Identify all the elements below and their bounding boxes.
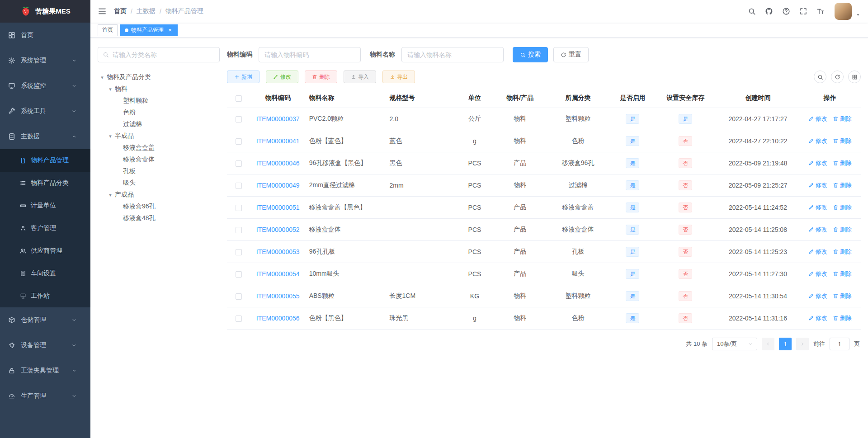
export-button[interactable]: 导出 — [382, 71, 415, 83]
refresh-table-button[interactable] — [831, 71, 844, 83]
sidebar-item-1[interactable]: 系统管理 — [0, 48, 90, 73]
item-code-link[interactable]: ITEM00000055 — [256, 292, 300, 300]
tree-node[interactable]: ▾ 物料及产品分类 — [98, 71, 220, 83]
row-checkbox[interactable] — [236, 293, 242, 300]
edit-row-link[interactable]: 修改 — [808, 314, 827, 322]
row-checkbox[interactable] — [236, 138, 242, 145]
edit-row-link[interactable]: 修改 — [808, 226, 827, 234]
caret-icon[interactable]: ▾ — [106, 192, 115, 198]
fullscreen-button[interactable] — [796, 0, 811, 23]
breadcrumb-item-master-data[interactable]: 主数据 — [137, 7, 156, 15]
row-checkbox[interactable] — [236, 271, 242, 278]
delete-row-link[interactable]: 删除 — [833, 248, 852, 256]
item-code-link[interactable]: ITEM00000037 — [256, 115, 300, 122]
tree-node[interactable]: ▾ 物料 — [98, 83, 220, 95]
item-code-link[interactable]: ITEM00000056 — [256, 315, 300, 322]
next-page-button[interactable] — [796, 338, 809, 350]
sidebar-item-2[interactable]: 系统监控 — [0, 73, 90, 99]
row-checkbox[interactable] — [236, 227, 242, 233]
edit-row-link[interactable]: 修改 — [808, 270, 827, 278]
tree-node[interactable]: 塑料颗粒 — [98, 95, 220, 107]
tree-node[interactable]: ▾ 半成品 — [98, 130, 220, 142]
sidebar-item-4[interactable]: 主数据 — [0, 124, 90, 149]
tree-node[interactable]: 过滤棉 — [98, 118, 220, 130]
material-name-input[interactable] — [401, 47, 504, 62]
columns-button[interactable] — [848, 71, 861, 83]
page-1-button[interactable]: 1 — [779, 338, 792, 350]
item-code-link[interactable]: ITEM00000041 — [256, 137, 300, 145]
delete-row-link[interactable]: 删除 — [833, 226, 852, 234]
sidebar-subitem-5[interactable]: 车间设置 — [0, 262, 90, 285]
delete-row-link[interactable]: 删除 — [833, 137, 852, 145]
header-search-button[interactable] — [744, 0, 760, 23]
user-menu-caret[interactable] — [855, 11, 861, 18]
prev-page-button[interactable] — [762, 338, 774, 350]
tree-node[interactable]: 色粉 — [98, 107, 220, 118]
caret-icon[interactable]: ▾ — [98, 75, 107, 80]
row-checkbox[interactable] — [236, 160, 242, 167]
item-code-link[interactable]: ITEM00000046 — [256, 160, 300, 167]
edit-row-link[interactable]: 修改 — [808, 248, 827, 256]
tag-material-product[interactable]: 物料产品管理 × — [120, 24, 178, 36]
hamburger-icon[interactable] — [90, 0, 114, 23]
close-icon[interactable]: × — [167, 27, 173, 33]
row-checkbox[interactable] — [236, 249, 242, 255]
font-size-button[interactable] — [813, 0, 828, 23]
delete-row-link[interactable]: 删除 — [833, 159, 852, 167]
help-button[interactable] — [778, 0, 794, 23]
search-button[interactable]: 搜索 — [513, 47, 548, 62]
item-code-link[interactable]: ITEM00000053 — [256, 248, 300, 255]
category-search-input[interactable] — [98, 47, 220, 62]
tag-home[interactable]: 首页 — [98, 24, 118, 36]
row-checkbox[interactable] — [236, 316, 242, 322]
tree-node[interactable]: 移液盒盒体 — [98, 154, 220, 165]
delete-row-link[interactable]: 删除 — [833, 292, 852, 300]
caret-icon[interactable]: ▾ — [106, 86, 115, 92]
select-all-checkbox[interactable] — [236, 95, 242, 102]
item-code-link[interactable]: ITEM00000049 — [256, 182, 300, 189]
edit-row-link[interactable]: 修改 — [808, 115, 827, 123]
edit-button[interactable]: 修改 — [266, 71, 298, 83]
delete-button[interactable]: 删除 — [305, 71, 337, 83]
delete-row-link[interactable]: 删除 — [833, 203, 852, 212]
sidebar-item-6[interactable]: 设备管理 — [0, 333, 90, 358]
tree-node[interactable]: 孔板 — [98, 165, 220, 177]
caret-icon[interactable]: ▾ — [106, 133, 115, 139]
row-checkbox[interactable] — [236, 116, 242, 122]
item-code-link[interactable]: ITEM00000051 — [256, 204, 300, 211]
sidebar-item-3[interactable]: 系统工具 — [0, 99, 90, 124]
github-button[interactable] — [761, 0, 777, 23]
delete-row-link[interactable]: 删除 — [833, 314, 852, 322]
sidebar-subitem-6[interactable]: 工作站 — [0, 285, 90, 307]
tree-node[interactable]: 移液盒盒盖 — [98, 142, 220, 154]
sidebar-subitem-2[interactable]: 计量单位 — [0, 194, 90, 217]
sidebar-subitem-3[interactable]: 客户管理 — [0, 217, 90, 240]
delete-row-link[interactable]: 删除 — [833, 115, 852, 123]
item-code-link[interactable]: ITEM00000052 — [256, 226, 300, 233]
row-checkbox[interactable] — [236, 205, 242, 211]
sidebar-item-0[interactable]: 首页 — [0, 23, 90, 48]
delete-row-link[interactable]: 删除 — [833, 270, 852, 278]
tree-node[interactable]: 吸头 — [98, 177, 220, 189]
sidebar-item-5[interactable]: 仓储管理 — [0, 307, 90, 333]
page-size-select[interactable]: 10条/页 — [712, 338, 757, 350]
sidebar-item-7[interactable]: 工装夹具管理 — [0, 358, 90, 383]
sidebar-subitem-0[interactable]: 物料产品管理 — [0, 149, 90, 172]
avatar[interactable] — [835, 3, 852, 20]
edit-row-link[interactable]: 修改 — [808, 292, 827, 300]
tree-node[interactable]: 移液盒48孔 — [98, 212, 220, 224]
sidebar-subitem-1[interactable]: 物料产品分类 — [0, 172, 90, 194]
tree-node[interactable]: 移液盒96孔 — [98, 201, 220, 212]
app-logo[interactable]: 苦糖果MES — [0, 0, 90, 23]
tree-node[interactable]: ▾ 产成品 — [98, 189, 220, 201]
toggle-search-button[interactable] — [814, 71, 826, 83]
edit-row-link[interactable]: 修改 — [808, 159, 827, 167]
material-code-input[interactable] — [259, 47, 361, 62]
sidebar-item-8[interactable]: 生产管理 — [0, 383, 90, 409]
sidebar-subitem-4[interactable]: 供应商管理 — [0, 240, 90, 262]
delete-row-link[interactable]: 删除 — [833, 181, 852, 189]
import-button[interactable]: 导入 — [344, 71, 376, 83]
edit-row-link[interactable]: 修改 — [808, 137, 827, 145]
add-button[interactable]: 新增 — [227, 71, 259, 83]
item-code-link[interactable]: ITEM00000054 — [256, 270, 300, 278]
